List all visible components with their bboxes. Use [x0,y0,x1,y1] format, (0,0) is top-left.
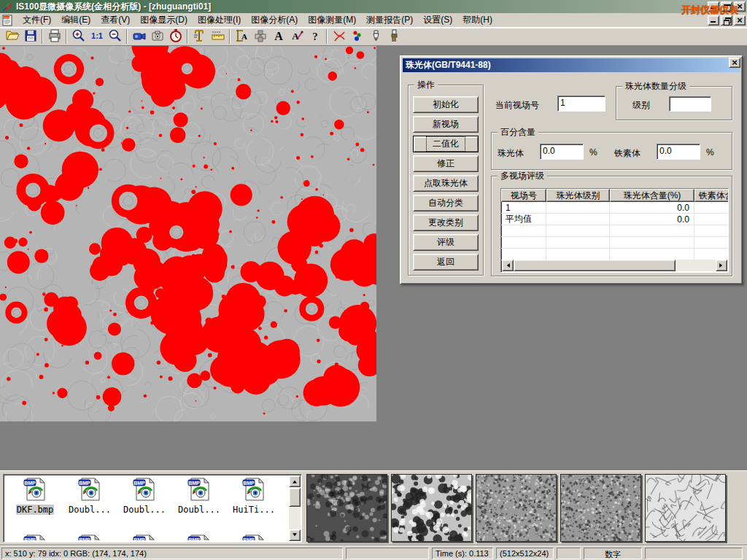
file-item-doubl[interactable]: BMPDoubl... [63,478,117,515]
rating-table[interactable]: 视场号珠光体级别珠光体含量(%)铁素体含量(%) 10.0平均值0.0 [500,188,729,273]
mdi-close-button[interactable] [734,15,746,26]
file-item-doubl[interactable]: BMPDoubl... [117,478,171,515]
op-button-label: 修正 [437,158,454,170]
menu-item-5[interactable]: 图像处理(I) [193,12,246,28]
table-header-1[interactable]: 视场号 [501,189,546,202]
zoom-in-button[interactable] [69,28,88,44]
menu-item-10[interactable]: 帮助(H) [457,12,498,28]
table-row[interactable]: 平均值0.0 [501,214,728,225]
brush-button[interactable] [384,28,403,44]
thumbnail-image-4[interactable] [560,474,641,542]
print-button[interactable] [45,28,63,44]
classify-dots-button[interactable] [348,28,366,44]
table-row-empty[interactable] [501,237,728,249]
op-button-1[interactable]: 初始化 [413,96,479,113]
svg-text:BMP: BMP [188,481,200,486]
scrollbar-thumb[interactable] [289,488,301,507]
op-button-5[interactable]: 点取珠光体 [413,175,479,192]
mdi-minimize-button[interactable] [708,15,719,26]
help-icon: ? [308,28,322,45]
table-horizontal-scrollbar[interactable] [502,260,727,271]
caliper-button[interactable] [190,28,209,44]
menu-item-1[interactable]: 文件(F) [18,12,56,28]
operations-group-label: 操作 [414,79,438,90]
thumbnail-image-3[interactable] [476,474,557,542]
scroll-right-button[interactable] [716,260,727,271]
op-button-2[interactable]: 新视场 [413,116,479,133]
bmp-file-icon: BMP [117,478,171,503]
document-icon[interactable]: DOC [2,15,15,26]
ruler-button[interactable] [209,28,227,44]
zoom-out-button[interactable] [106,28,124,44]
file-item-partial[interactable]: BMP [8,534,62,540]
ink-pen-button[interactable] [366,28,384,44]
thumbnail-image-1[interactable] [306,474,387,542]
file-item-huiti[interactable]: BMPHuiTi... [227,478,281,515]
text-tool-button[interactable]: A [269,28,287,44]
measure-text-button[interactable]: A [233,28,251,44]
table-cell [501,249,546,260]
file-browser-scrollbar[interactable] [289,475,301,541]
annotate-button[interactable]: A [287,28,306,44]
file-item-doubl[interactable]: BMPDoubl... [172,478,226,515]
table-cell [694,237,729,248]
actual-size-button[interactable]: 1:1 [88,28,106,44]
op-button-9[interactable]: 返回 [413,254,479,271]
file-item-partial[interactable]: BMP [117,534,171,540]
thumbnail-image-2[interactable] [391,474,472,542]
scroll-down-button[interactable] [289,529,301,541]
scroll-left-button[interactable] [502,260,514,271]
merge-grid-button[interactable] [251,28,269,44]
level-input[interactable] [669,96,711,112]
spline-curve-button[interactable] [330,28,348,44]
table-header-2[interactable]: 珠光体级别 [546,189,610,202]
dialog-close-button[interactable] [729,58,740,68]
table-header-4[interactable]: 铁素体含量(%) [694,189,729,202]
menu-item-3[interactable]: 查看(V) [96,12,135,28]
table-header-3[interactable]: 珠光体含量(%) [610,189,694,202]
scrollbar-thumb[interactable] [514,260,676,271]
file-item-dkfbmp[interactable]: BMPDKF.bmp [8,478,62,515]
file-item-partial[interactable]: BMP [63,534,117,540]
table-row-empty[interactable] [501,249,728,260]
svg-text:BMP: BMP [24,481,36,486]
op-button-6[interactable]: 自动分类 [413,195,479,211]
metallographic-image[interactable] [0,46,376,421]
op-button-7[interactable]: 更改类别 [413,214,479,231]
menu-item-4[interactable]: 图像显示(D) [135,12,193,28]
op-button-3[interactable]: 二值化 [413,136,479,152]
multi-field-group-label: 多视场评级 [498,171,547,181]
menu-item-2[interactable]: 编辑(E) [56,12,96,28]
capture-camera-button[interactable] [148,28,166,44]
file-item-partial[interactable]: BMP [227,534,281,540]
save-button[interactable] [21,28,39,44]
help-button[interactable]: ? [306,28,324,44]
menu-item-9[interactable]: 设置(S) [418,12,457,28]
current-field-input[interactable]: 1 [557,96,605,112]
svg-text:BMP: BMP [188,537,200,540]
timer-button[interactable] [166,28,185,44]
open-file-button[interactable] [3,28,21,44]
pearlite-percent-input[interactable]: 0.0 [540,144,584,160]
op-button-8[interactable]: 评级 [413,234,479,251]
file-item-partial[interactable]: BMP [172,534,226,540]
menu-item-6[interactable]: 图像分析(A) [246,12,303,28]
table-cell [501,237,546,248]
table-row-empty[interactable] [501,225,728,237]
op-button-4[interactable]: 修正 [413,155,479,172]
svg-text:A: A [292,31,299,42]
op-button-label: 新视场 [433,118,459,131]
svg-text:1:1: 1:1 [91,31,103,40]
dialog-title-bar[interactable]: 珠光体(GB/T9441-88) [403,58,740,72]
multi-field-group: 多视场评级 视场号珠光体级别珠光体含量(%)铁素体含量(%) 10.0平均值0.… [491,176,732,276]
mdi-restore-button[interactable] [721,15,732,26]
ferrite-percent-input[interactable]: 0.0 [657,144,700,160]
ferrite-unit: % [706,147,714,158]
table-row[interactable]: 10.0 [501,202,728,214]
scroll-up-button[interactable] [289,475,301,487]
menu-item-8[interactable]: 测量报告(P) [361,12,418,28]
thumbnail-image-5[interactable] [645,474,726,542]
menu-item-7[interactable]: 图像测量(M) [303,12,361,28]
grading-group: 珠光体数量分级 级别 [616,86,732,120]
video-camera-button[interactable] [130,28,148,44]
